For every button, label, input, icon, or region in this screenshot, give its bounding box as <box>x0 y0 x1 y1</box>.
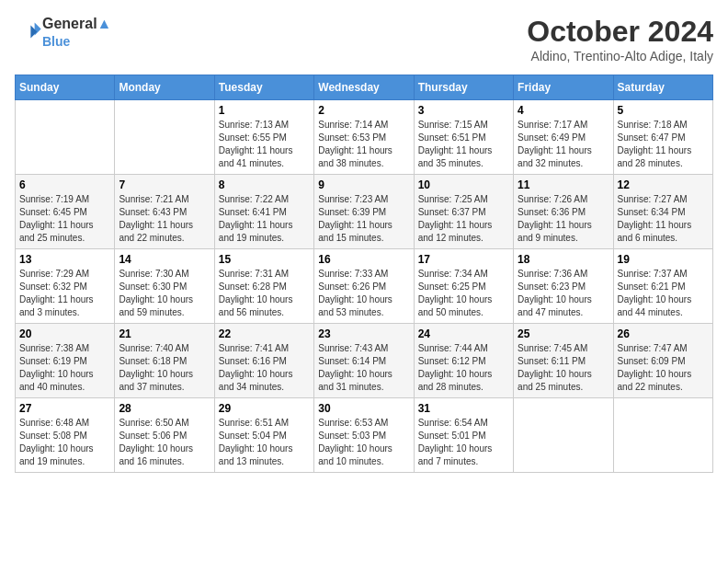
calendar-cell: 16 Sunrise: 7:33 AMSunset: 6:26 PMDaylig… <box>314 249 414 324</box>
calendar-cell: 2 Sunrise: 7:14 AMSunset: 6:53 PMDayligh… <box>314 100 414 175</box>
day-header-tuesday: Tuesday <box>214 75 313 100</box>
day-number: 29 <box>219 402 310 415</box>
day-header-friday: Friday <box>514 75 613 100</box>
calendar-cell: 4 Sunrise: 7:17 AMSunset: 6:49 PMDayligh… <box>514 100 613 175</box>
day-info: Sunrise: 6:50 AMSunset: 5:06 PMDaylight:… <box>119 418 193 466</box>
calendar-cell: 6 Sunrise: 7:19 AMSunset: 6:45 PMDayligh… <box>16 175 115 249</box>
svg-marker-1 <box>35 23 41 36</box>
day-number: 26 <box>618 327 709 340</box>
day-info: Sunrise: 7:36 AMSunset: 6:23 PMDaylight:… <box>518 269 592 317</box>
day-number: 27 <box>19 402 110 415</box>
day-number: 22 <box>219 327 310 340</box>
calendar-cell: 12 Sunrise: 7:27 AMSunset: 6:34 PMDaylig… <box>613 175 712 249</box>
day-info: Sunrise: 6:53 AMSunset: 5:03 PMDaylight:… <box>318 418 392 466</box>
calendar-cell: 9 Sunrise: 7:23 AMSunset: 6:39 PMDayligh… <box>314 175 414 249</box>
calendar-cell: 11 Sunrise: 7:26 AMSunset: 6:36 PMDaylig… <box>514 175 613 249</box>
day-info: Sunrise: 7:33 AMSunset: 6:26 PMDaylight:… <box>318 269 392 317</box>
day-number: 11 <box>518 178 609 191</box>
calendar-cell: 21 Sunrise: 7:40 AMSunset: 6:18 PMDaylig… <box>115 324 214 398</box>
logo-icon <box>17 17 42 43</box>
day-info: Sunrise: 7:47 AMSunset: 6:09 PMDaylight:… <box>618 343 692 392</box>
location: Aldino, Trentino-Alto Adige, Italy <box>527 49 713 63</box>
day-number: 18 <box>518 253 609 266</box>
calendar-cell: 29 Sunrise: 6:51 AMSunset: 5:04 PMDaylig… <box>214 398 313 473</box>
day-number: 8 <box>219 178 310 191</box>
day-info: Sunrise: 7:30 AMSunset: 6:30 PMDaylight:… <box>119 269 193 317</box>
calendar-cell <box>115 100 214 175</box>
day-info: Sunrise: 7:45 AMSunset: 6:11 PMDaylight:… <box>518 343 592 392</box>
day-number: 15 <box>219 253 310 266</box>
day-info: Sunrise: 7:18 AMSunset: 6:47 PMDaylight:… <box>618 120 692 168</box>
day-number: 6 <box>19 178 110 191</box>
day-number: 12 <box>618 178 709 191</box>
calendar-week-row: 20 Sunrise: 7:38 AMSunset: 6:19 PMDaylig… <box>16 324 713 398</box>
calendar-cell: 28 Sunrise: 6:50 AMSunset: 5:06 PMDaylig… <box>115 398 214 473</box>
day-info: Sunrise: 7:37 AMSunset: 6:21 PMDaylight:… <box>618 269 692 317</box>
day-info: Sunrise: 7:27 AMSunset: 6:34 PMDaylight:… <box>618 194 692 243</box>
calendar-cell: 22 Sunrise: 7:41 AMSunset: 6:16 PMDaylig… <box>214 324 313 398</box>
calendar-cell: 24 Sunrise: 7:44 AMSunset: 6:12 PMDaylig… <box>414 324 513 398</box>
day-number: 3 <box>418 104 509 117</box>
day-info: Sunrise: 6:54 AMSunset: 5:01 PMDaylight:… <box>418 418 493 466</box>
day-header-sunday: Sunday <box>16 75 115 100</box>
day-info: Sunrise: 7:13 AMSunset: 6:55 PMDaylight:… <box>219 120 293 168</box>
day-header-thursday: Thursday <box>414 75 513 100</box>
day-header-saturday: Saturday <box>613 75 712 100</box>
day-info: Sunrise: 6:48 AMSunset: 5:08 PMDaylight:… <box>19 418 94 466</box>
day-number: 1 <box>219 104 310 117</box>
calendar-week-row: 1 Sunrise: 7:13 AMSunset: 6:55 PMDayligh… <box>16 100 713 175</box>
calendar-cell: 10 Sunrise: 7:25 AMSunset: 6:37 PMDaylig… <box>414 175 513 249</box>
day-info: Sunrise: 7:29 AMSunset: 6:32 PMDaylight:… <box>19 269 94 317</box>
calendar-cell: 31 Sunrise: 6:54 AMSunset: 5:01 PMDaylig… <box>414 398 513 473</box>
day-number: 20 <box>19 327 110 340</box>
calendar-cell: 15 Sunrise: 7:31 AMSunset: 6:28 PMDaylig… <box>214 249 313 324</box>
day-number: 25 <box>518 327 609 340</box>
day-number: 24 <box>418 327 509 340</box>
calendar-week-row: 27 Sunrise: 6:48 AMSunset: 5:08 PMDaylig… <box>16 398 713 473</box>
calendar-cell: 8 Sunrise: 7:22 AMSunset: 6:41 PMDayligh… <box>214 175 313 249</box>
logo: General▲ Blue <box>15 15 111 50</box>
day-number: 5 <box>618 104 709 117</box>
day-info: Sunrise: 7:25 AMSunset: 6:37 PMDaylight:… <box>418 194 493 243</box>
day-info: Sunrise: 7:21 AMSunset: 6:43 PMDaylight:… <box>119 194 193 243</box>
day-number: 19 <box>618 253 709 266</box>
day-info: Sunrise: 7:43 AMSunset: 6:14 PMDaylight:… <box>318 343 392 392</box>
day-number: 30 <box>318 402 409 415</box>
day-info: Sunrise: 7:15 AMSunset: 6:51 PMDaylight:… <box>418 120 493 168</box>
day-number: 2 <box>318 104 409 117</box>
calendar-week-row: 13 Sunrise: 7:29 AMSunset: 6:32 PMDaylig… <box>16 249 713 324</box>
day-number: 21 <box>119 327 210 340</box>
day-number: 17 <box>418 253 509 266</box>
calendar-cell <box>613 398 712 473</box>
calendar-cell <box>514 398 613 473</box>
calendar-cell: 17 Sunrise: 7:34 AMSunset: 6:25 PMDaylig… <box>414 249 513 324</box>
day-number: 7 <box>119 178 210 191</box>
page-header: General▲ Blue October 2024 Aldino, Trent… <box>15 15 713 63</box>
day-info: Sunrise: 7:44 AMSunset: 6:12 PMDaylight:… <box>418 343 493 392</box>
day-number: 13 <box>19 253 110 266</box>
calendar-cell: 14 Sunrise: 7:30 AMSunset: 6:30 PMDaylig… <box>115 249 214 324</box>
calendar-cell: 5 Sunrise: 7:18 AMSunset: 6:47 PMDayligh… <box>613 100 712 175</box>
title-area: October 2024 Aldino, Trentino-Alto Adige… <box>527 15 713 63</box>
day-info: Sunrise: 7:31 AMSunset: 6:28 PMDaylight:… <box>219 269 293 317</box>
calendar-cell: 26 Sunrise: 7:47 AMSunset: 6:09 PMDaylig… <box>613 324 712 398</box>
calendar-table: SundayMondayTuesdayWednesdayThursdayFrid… <box>15 75 713 473</box>
day-info: Sunrise: 7:40 AMSunset: 6:18 PMDaylight:… <box>119 343 193 392</box>
calendar-cell: 27 Sunrise: 6:48 AMSunset: 5:08 PMDaylig… <box>16 398 115 473</box>
day-info: Sunrise: 7:38 AMSunset: 6:19 PMDaylight:… <box>19 343 94 392</box>
day-info: Sunrise: 7:22 AMSunset: 6:41 PMDaylight:… <box>219 194 293 243</box>
day-number: 28 <box>119 402 210 415</box>
calendar-cell: 1 Sunrise: 7:13 AMSunset: 6:55 PMDayligh… <box>214 100 313 175</box>
calendar-header-row: SundayMondayTuesdayWednesdayThursdayFrid… <box>16 75 713 100</box>
day-info: Sunrise: 7:19 AMSunset: 6:45 PMDaylight:… <box>19 194 94 243</box>
day-header-monday: Monday <box>115 75 214 100</box>
day-number: 31 <box>418 402 509 415</box>
calendar-cell: 7 Sunrise: 7:21 AMSunset: 6:43 PMDayligh… <box>115 175 214 249</box>
calendar-cell: 30 Sunrise: 6:53 AMSunset: 5:03 PMDaylig… <box>314 398 414 473</box>
calendar-cell: 3 Sunrise: 7:15 AMSunset: 6:51 PMDayligh… <box>414 100 513 175</box>
day-header-wednesday: Wednesday <box>314 75 414 100</box>
day-info: Sunrise: 7:26 AMSunset: 6:36 PMDaylight:… <box>518 194 592 243</box>
day-number: 4 <box>518 104 609 117</box>
day-info: Sunrise: 7:17 AMSunset: 6:49 PMDaylight:… <box>518 120 592 168</box>
day-number: 16 <box>318 253 409 266</box>
